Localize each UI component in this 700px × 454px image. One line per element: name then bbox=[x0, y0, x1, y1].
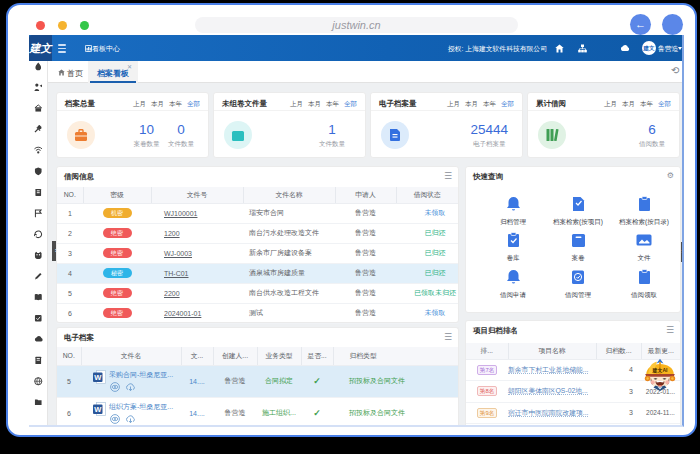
svg-text:建文AI: 建文AI bbox=[652, 367, 669, 374]
svg-text:W: W bbox=[94, 404, 102, 413]
svg-text:W: W bbox=[94, 372, 102, 381]
